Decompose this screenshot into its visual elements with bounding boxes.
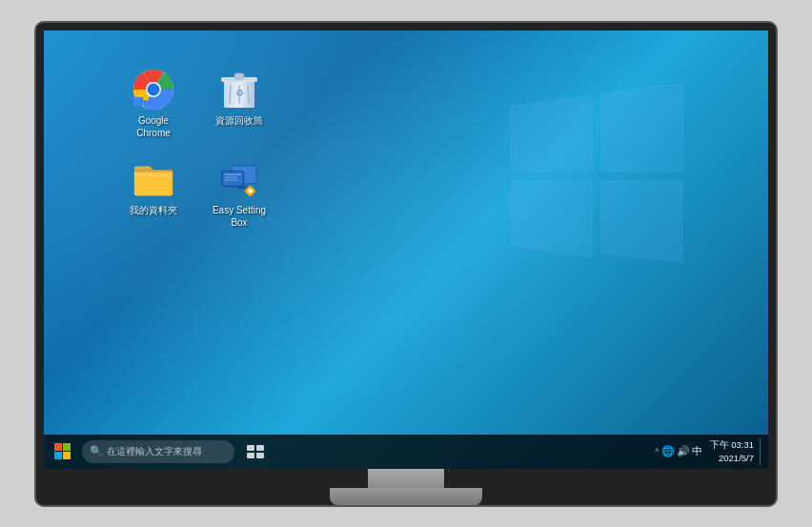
svg-line-11: [248, 85, 249, 104]
windows-logo-watermark: [501, 78, 692, 269]
desktop-icon-folder[interactable]: 我的資料夾: [120, 158, 187, 229]
stand-neck: [368, 469, 444, 490]
svg-rect-30: [54, 452, 62, 459]
monitor-stand: [34, 469, 778, 505]
svg-rect-18: [223, 172, 243, 185]
monitor: Google Chrome: [34, 21, 778, 507]
tray-icons: ^ 🌐 🔊 中: [655, 444, 701, 458]
svg-text:♻: ♻: [235, 88, 244, 98]
desktop-icon-chrome[interactable]: Google Chrome: [120, 69, 187, 139]
svg-line-9: [230, 85, 231, 104]
folder-icon-image: [132, 158, 174, 200]
show-desktop-button[interactable]: [760, 438, 764, 465]
desktop-screen: Google Chrome: [44, 30, 768, 469]
tray-language[interactable]: 中: [692, 444, 702, 458]
chrome-icon-image: [132, 69, 174, 111]
svg-rect-32: [247, 445, 254, 451]
chrome-icon-label: Google Chrome: [120, 114, 187, 139]
stand-base: [330, 488, 482, 505]
search-icon: 🔍: [90, 445, 103, 457]
svg-rect-27: [254, 190, 255, 192]
svg-rect-26: [245, 190, 247, 192]
tray-volume-icon[interactable]: 🔊: [677, 445, 690, 457]
svg-point-2: [148, 83, 160, 95]
svg-rect-24: [250, 185, 252, 187]
svg-rect-25: [250, 194, 252, 196]
svg-point-23: [248, 189, 253, 193]
clock-time: 下午 03:31: [710, 438, 754, 451]
svg-rect-29: [63, 443, 71, 451]
svg-rect-28: [54, 443, 62, 451]
svg-rect-8: [234, 73, 244, 79]
search-placeholder: 在這裡輸入文字來搜尋: [107, 445, 202, 458]
tray-up-arrow[interactable]: ^: [655, 447, 659, 456]
svg-rect-34: [247, 453, 254, 458]
desktop-icon-easy-setting[interactable]: Easy Setting Box: [206, 158, 273, 229]
easy-setting-icon-label: Easy Setting Box: [206, 204, 273, 229]
desktop-icons-container: Google Chrome: [120, 69, 282, 229]
folder-icon-label: 我的資料夾: [130, 204, 177, 216]
tray-network-icon: 🌐: [661, 445, 675, 457]
taskbar: 🔍 在這裡輸入文字來搜尋 ^ 🌐 🔊 中: [44, 435, 768, 469]
system-tray: ^ 🌐 🔊 中 下午 03:31 2021/5/7: [655, 438, 764, 465]
svg-rect-31: [63, 452, 71, 459]
recycle-icon-label: 資源回收筒: [215, 114, 263, 127]
taskbar-search[interactable]: 🔍 在這裡輸入文字來搜尋: [82, 440, 234, 463]
svg-rect-4: [133, 100, 147, 106]
start-button[interactable]: [48, 436, 78, 467]
svg-rect-35: [256, 453, 264, 458]
recycle-icon-image: ♻: [218, 69, 260, 111]
desktop-icon-recycle[interactable]: ♻ 資源回收筒: [206, 69, 273, 139]
svg-rect-33: [256, 445, 264, 451]
easy-setting-icon-image: [218, 158, 260, 200]
system-clock[interactable]: 下午 03:31 2021/5/7: [710, 438, 754, 464]
task-view-button[interactable]: [242, 438, 269, 465]
clock-date: 2021/5/7: [710, 452, 754, 464]
